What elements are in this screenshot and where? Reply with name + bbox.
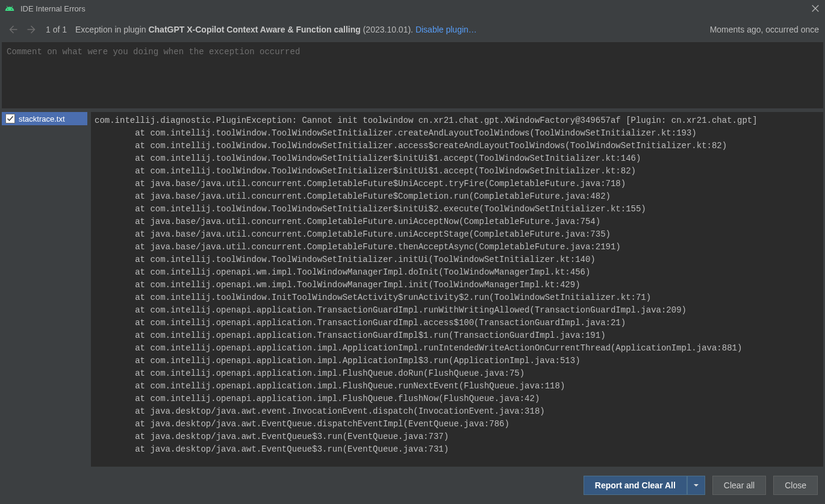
details-split: stacktrace.txt com.intellij.diagnostic.P… xyxy=(2,112,823,467)
attachment-label: stacktrace.txt xyxy=(19,114,65,123)
window-title: IDE Internal Errors xyxy=(20,4,86,13)
prev-error-button[interactable] xyxy=(5,22,20,37)
close-button[interactable]: Close xyxy=(773,476,818,495)
comment-input[interactable] xyxy=(2,42,823,108)
report-dropdown-button[interactable] xyxy=(687,476,705,495)
error-counter: 1 of 1 xyxy=(46,25,67,34)
attachments-panel: stacktrace.txt xyxy=(2,112,87,467)
chevron-down-icon xyxy=(693,481,699,490)
exception-prefix: Exception in plugin xyxy=(75,25,148,34)
close-icon[interactable] xyxy=(809,2,821,14)
dialog-footer: Report and Clear All Clear all Close xyxy=(0,467,825,504)
report-and-clear-button[interactable]: Report and Clear All xyxy=(584,476,687,495)
report-split-button: Report and Clear All xyxy=(584,476,705,495)
attachment-checkbox[interactable] xyxy=(5,114,15,123)
stacktrace-view[interactable]: com.intellij.diagnostic.PluginException:… xyxy=(91,112,823,467)
clear-all-button[interactable]: Clear all xyxy=(712,476,766,495)
plugin-version: (2023.10.01). xyxy=(361,25,416,34)
titlebar: IDE Internal Errors xyxy=(0,0,825,17)
attachment-item[interactable]: stacktrace.txt xyxy=(2,112,87,125)
android-icon xyxy=(5,4,14,13)
occurrence-time: Moments ago, occurred once xyxy=(710,25,819,34)
plugin-name: ChatGPT X-Copilot Context Aware & Functi… xyxy=(148,25,360,34)
disable-plugin-link[interactable]: Disable plugin… xyxy=(416,25,477,34)
error-nav: 1 of 1 Exception in plugin ChatGPT X-Cop… xyxy=(0,17,825,42)
next-error-button[interactable] xyxy=(24,22,40,37)
